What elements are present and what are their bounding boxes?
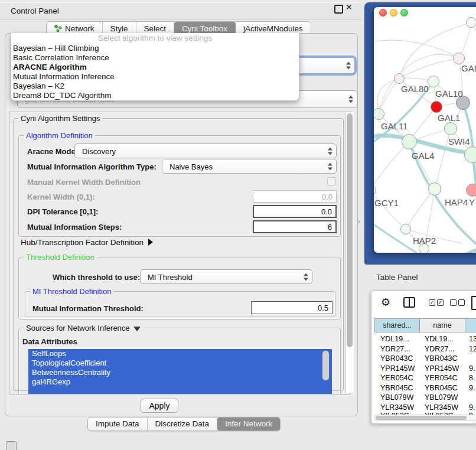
algorithm-option[interactable]: Dream8 DC_TDC Algorithm (11, 91, 299, 100)
combo-stepper-icon (328, 147, 332, 155)
node-label: SWI4 (448, 136, 470, 146)
node-label: HAP4 (445, 197, 468, 207)
node-label: GCY1 (374, 198, 399, 208)
panel-title: Control Panel (11, 6, 59, 15)
manual-kernel-checkbox[interactable] (327, 177, 336, 186)
table-row[interactable]: YER054CYER054C8. (374, 373, 476, 383)
hscrollbar-thumb[interactable] (376, 416, 467, 420)
hub-definition-toggle[interactable]: Hub/Transcription Factor Definition (21, 238, 153, 247)
tab-infer-network[interactable]: Infer Network (217, 418, 280, 431)
table-row[interactable]: YBL079WYBL079W (374, 393, 476, 403)
combo-stepper-icon (348, 96, 353, 103)
node-hap2[interactable] (400, 224, 411, 234)
algorithm-option[interactable]: Bayesian – K2 (11, 81, 299, 91)
dpi-tolerance-value: 0.0 (321, 207, 332, 216)
node-gal1[interactable] (444, 122, 457, 135)
algorithm-option[interactable]: Basic Correlation Inference (11, 53, 299, 63)
table-row[interactable]: YDL19...YDL19...13 (374, 334, 476, 344)
list-scrollbar[interactable] (322, 351, 329, 380)
node-label: GAL11 (381, 121, 408, 131)
list-item[interactable]: gal4RGexp (28, 377, 332, 387)
algorithm-option[interactable]: Mutual Information Inference (11, 72, 299, 81)
node-red-selected[interactable] (431, 101, 442, 113)
select-all-checkbox-icon-2[interactable]: ✓ (437, 299, 444, 306)
kernel-width-value: 0.0 (322, 192, 332, 201)
deselect-checkbox-icon[interactable] (450, 299, 457, 306)
node[interactable] (466, 17, 476, 28)
network-icon (54, 25, 62, 32)
kernel-width-field[interactable]: 0.0 (253, 190, 337, 203)
table-hscrollbar[interactable] (374, 415, 476, 421)
scrollbar-thumb[interactable] (347, 113, 353, 347)
combo-stepper-icon (346, 62, 351, 70)
settings-scrollbar[interactable] (345, 112, 354, 393)
mi-steps-value: 6 (328, 223, 332, 231)
sources-title[interactable]: Sources for Network Inference (24, 324, 143, 332)
restore-panel-button[interactable] (6, 441, 17, 450)
algorithm-option[interactable]: Bayesian – Hill Climbing (11, 44, 299, 53)
list-item[interactable]: SelfLoops (28, 349, 332, 358)
network-view-window: GAL GAL80 GAL10 GAL1 GAL11 SWI4 GAL4 GCY… (374, 7, 476, 253)
table-row[interactable]: YBR043CYBR043C (374, 354, 476, 364)
aracne-mode-label: Aracne Mode: (27, 147, 78, 156)
table-row[interactable]: YPR145WYPR145W9. (374, 364, 476, 374)
node-label: HAP2 (413, 236, 436, 246)
cyni-algorithm-settings-group: Cyni Algorithm Settings Algorithm Defini… (13, 118, 344, 391)
mi-steps-field[interactable]: 6 (253, 220, 337, 233)
node-gal4[interactable] (402, 134, 417, 149)
node-label: Y (469, 197, 475, 207)
gear-icon[interactable]: ⚙ (381, 296, 390, 309)
mi-steps-label: Mutual Information Steps: (27, 223, 122, 231)
cyni-algorithm-settings-title: Cyni Algorithm Settings (18, 114, 102, 123)
tab-impute-data[interactable]: Impute Data (88, 418, 148, 431)
mi-threshold-field[interactable]: 0.5 (251, 301, 332, 314)
node-hap4[interactable] (428, 182, 441, 195)
column-layout-icon[interactable] (403, 297, 415, 308)
sources-group: Sources for Network Inference Data Attri… (18, 328, 341, 394)
table-row[interactable]: YDR27...YDR27...12 (374, 344, 476, 354)
algorithm-dropdown-popup: Select algorithm to view settings Bayesi… (11, 33, 299, 101)
node-gal10[interactable] (428, 76, 439, 87)
which-threshold-select[interactable]: MI Threshold (140, 269, 312, 284)
dpi-tolerance-field[interactable]: 0.0 (253, 205, 337, 218)
combo-stepper-icon (328, 162, 332, 170)
table-panel-window: ⚙ ✓ ✓ shared... name YDL19...YDL19...13 … (371, 291, 476, 424)
algorithm-option-selected[interactable]: ARACNE Algorithm (11, 63, 299, 72)
list-item-partial[interactable] (28, 387, 332, 394)
dropdown-prompt: Select algorithm to view settings (11, 33, 299, 44)
tab-discretize-data[interactable]: Discretize Data (148, 418, 218, 431)
which-threshold-label: Which threshold to use: (53, 273, 140, 282)
tab-impute-data-label: Impute Data (96, 418, 139, 431)
settings-scrollpane: Cyni Algorithm Settings Algorithm Defini… (9, 112, 351, 394)
aracne-mode-select[interactable]: Discovery (74, 144, 337, 158)
apply-button[interactable]: Apply (141, 399, 178, 413)
tab-discretize-data-label: Discretize Data (155, 418, 210, 431)
algorithm-definition-group: Algorithm Definition Aracne Mode: Discov… (18, 135, 341, 237)
mi-threshold-value: 0.5 (318, 304, 328, 312)
node-gal[interactable] (453, 53, 465, 64)
threshold-definition-title: Threshold Definition (24, 253, 97, 262)
node-label: GAL10 (435, 89, 463, 99)
list-item[interactable]: TopologicalCoefficient (28, 358, 332, 368)
table-row[interactable]: YBR045CYBR045C9. (374, 383, 476, 393)
node-gal80[interactable] (394, 73, 405, 84)
document-icon[interactable] (471, 296, 476, 310)
tab-infer-network-label: Infer Network (225, 418, 272, 431)
float-window-icon[interactable] (334, 5, 343, 14)
algorithm-definition-title: Algorithm Definition (24, 131, 95, 140)
node-swi4[interactable] (464, 146, 476, 163)
manual-kernel-label: Manual Kernel Width Definition (27, 178, 141, 187)
mi-threshold-label: Mutual Information Threshold: (32, 304, 144, 313)
select-all-checkbox-icon[interactable]: ✓ (429, 299, 435, 306)
aracne-mode-value: Discovery (82, 146, 116, 155)
panel-divider-handle[interactable]: › (358, 217, 360, 226)
close-icon[interactable]: ✕ (345, 2, 353, 12)
column-header-shared-name[interactable]: shared... (374, 318, 420, 332)
node-salmon[interactable] (466, 184, 476, 197)
list-item[interactable]: BetweennessCentrality (28, 368, 332, 377)
deselect-checkbox-icon-2[interactable] (458, 299, 465, 306)
column-header-name[interactable]: name (420, 318, 465, 332)
column-header-partial[interactable] (465, 318, 476, 332)
node-label: GAL1 (438, 113, 460, 123)
mi-type-select[interactable]: Naive Bayes (162, 159, 337, 174)
